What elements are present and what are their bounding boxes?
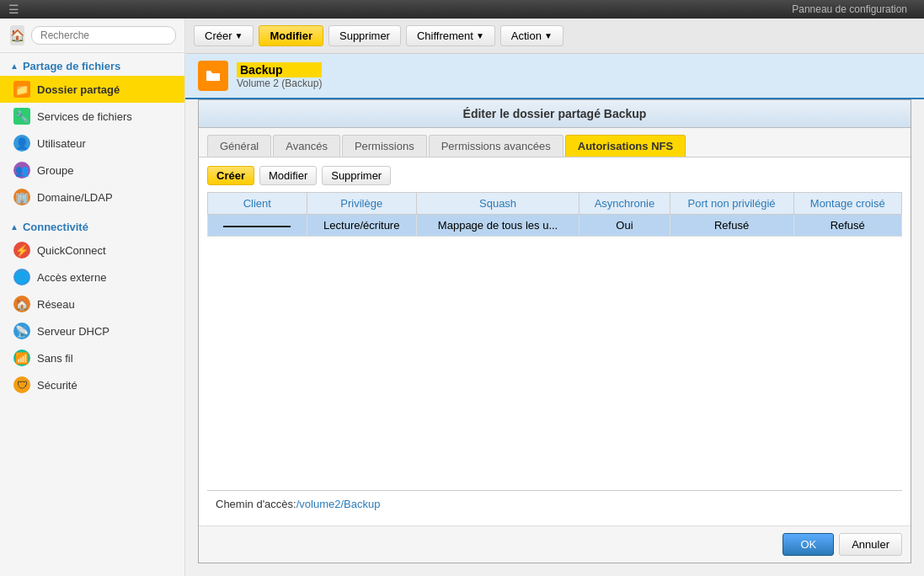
services-fichiers-icon: 🔧 [13,108,30,125]
inner-modifier-label: Modifier [269,169,307,182]
sans-fil-icon: 📶 [13,349,30,366]
section-connectivite-arrow: ▲ [10,222,19,232]
cell-squash: Mappage de tous les u... [416,215,579,237]
nfs-table: Client Privilège Squash Asynchronie Port… [207,192,902,237]
col-asynchronie: Asynchronie [580,193,670,215]
action-arrow-icon: ▼ [544,31,553,40]
tab-autorisations-nfs[interactable]: Autorisations NFS [565,135,686,157]
col-port-non-privilege: Port non privilégié [670,193,793,215]
sidebar-item-dossier-partage-label: Dossier partagé [37,83,120,96]
main-toolbar: Créer ▼ Modifier Supprimer Chiffrement ▼… [185,19,924,54]
app-icon: ☰ [8,3,19,16]
tab-general-label: Général [220,140,259,152]
sidebar-item-serveur-dhcp-label: Serveur DHCP [37,325,109,338]
cell-asynchronie: Oui [580,215,670,237]
tab-avances[interactable]: Avancés [273,135,340,157]
dialog-footer: OK Annuler [199,525,911,563]
tab-general[interactable]: Général [207,135,271,157]
ok-button[interactable]: OK [782,533,834,556]
action-label: Action [511,29,542,42]
folder-name: Backup [237,62,322,77]
sidebar-item-sans-fil[interactable]: 📶 Sans fil [0,344,184,371]
col-client: Client [208,193,307,215]
cell-montage: Refusé [793,215,902,237]
cell-port: Refusé [670,215,793,237]
sidebar-item-dossier-partage[interactable]: 📁 Dossier partagé [0,76,184,103]
sidebar: 🏠 ▲ Partage de fichiers 📁 Dossier partag… [0,19,185,576]
tab-permissions[interactable]: Permissions [342,135,427,157]
chiffrement-arrow-icon: ▼ [476,31,484,40]
table-row[interactable]: Lecture/écriture Mappage de tous les u..… [208,215,902,237]
sidebar-item-acces-externe[interactable]: 🌐 Accès externe [0,264,184,291]
creer-button[interactable]: Créer ▼ [194,25,254,46]
col-squash: Squash [416,193,579,215]
main-layout: 🏠 ▲ Partage de fichiers 📁 Dossier partag… [0,19,924,576]
tab-permissions-label: Permissions [355,140,414,152]
sidebar-item-serveur-dhcp[interactable]: 📡 Serveur DHCP [0,317,184,344]
tab-avances-label: Avancés [286,140,328,152]
sidebar-item-reseau[interactable]: 🏠 Réseau [0,291,184,317]
inner-creer-button[interactable]: Créer [207,166,254,185]
sidebar-item-sans-fil-label: Sans fil [37,352,73,365]
creer-label: Créer [205,29,232,42]
folder-volume: Volume 2 (Backup) [237,77,322,89]
acces-externe-icon: 🌐 [13,269,30,285]
securite-icon: 🛡 [13,376,30,393]
sidebar-item-quickconnect[interactable]: ⚡ QuickConnect [0,237,184,264]
top-bar: ☰ Panneau de configuration [0,0,924,19]
table-container: Client Privilège Squash Asynchronie Port… [207,192,902,237]
action-button[interactable]: Action ▼ [500,25,563,46]
path-bar: Chemin d'accès:/volume2/Backup [207,490,902,517]
top-bar-title: Panneau de configuration [792,3,916,15]
utilisateur-icon: 👤 [13,135,30,152]
serveur-dhcp-icon: 📡 [13,323,30,339]
section-partage-label: Partage de fichiers [23,60,120,72]
modifier-button[interactable]: Modifier [259,25,323,46]
section-connectivite-label: Connectivité [23,221,88,233]
sidebar-item-groupe[interactable]: 👥 Groupe [0,157,184,184]
edit-dialog: Éditer le dossier partagé Backup Général… [198,99,911,563]
tab-permissions-avancees-label: Permissions avancées [441,140,551,152]
section-partage-arrow: ▲ [10,61,19,71]
modifier-label: Modifier [270,29,312,42]
sidebar-item-securite-label: Sécurité [37,379,77,392]
sidebar-item-domaine-ldap[interactable]: 🏢 Domaine/LDAP [0,184,184,211]
inner-modifier-button[interactable]: Modifier [259,166,317,185]
cell-privilege: Lecture/écriture [307,215,416,237]
sidebar-item-services-fichiers-label: Services de fichiers [37,110,132,123]
folder-header: Backup Volume 2 (Backup) [185,54,924,99]
sidebar-item-reseau-label: Réseau [37,298,75,311]
sidebar-home: 🏠 [0,19,184,53]
reseau-icon: 🏠 [13,296,30,312]
sidebar-item-domaine-ldap-label: Domaine/LDAP [37,191,113,204]
quickconnect-icon: ⚡ [13,242,30,259]
client-line-icon [223,226,291,227]
col-privilege: Privilège [307,193,416,215]
search-input[interactable] [31,26,176,45]
path-label: Chemin d'accès: [216,498,296,510]
chiffrement-button[interactable]: Chiffrement ▼ [406,25,495,46]
inner-supprimer-label: Supprimer [331,169,382,182]
sidebar-item-groupe-label: Groupe [37,164,73,177]
col-montage-croise: Montage croisé [793,193,902,215]
dossier-partage-icon: 📁 [13,81,30,98]
annuler-button[interactable]: Annuler [839,533,902,556]
inner-supprimer-button[interactable]: Supprimer [322,166,391,185]
supprimer-button[interactable]: Supprimer [328,25,401,46]
tab-permissions-avancees[interactable]: Permissions avancées [429,135,563,157]
sidebar-item-utilisateur[interactable]: 👤 Utilisateur [0,130,184,157]
sidebar-item-securite[interactable]: 🛡 Sécurité [0,371,184,398]
sidebar-item-quickconnect-label: QuickConnect [37,244,106,257]
dialog-content: Créer Modifier Supprimer Client [199,157,911,525]
dialog-inner-toolbar: Créer Modifier Supprimer [207,166,902,185]
top-bar-left: ☰ [8,3,19,16]
dialog-tabs: Général Avancés Permissions Permissions … [199,128,911,157]
supprimer-label: Supprimer [339,29,390,42]
tab-autorisations-nfs-label: Autorisations NFS [578,140,673,152]
cell-client [208,215,307,237]
path-link[interactable]: /volume2/Backup [296,498,381,510]
inner-creer-label: Créer [216,169,245,182]
dialog-title: Éditer le dossier partagé Backup [199,100,911,128]
sidebar-item-services-fichiers[interactable]: 🔧 Services de fichiers [0,103,184,130]
home-button[interactable]: 🏠 [10,25,24,45]
